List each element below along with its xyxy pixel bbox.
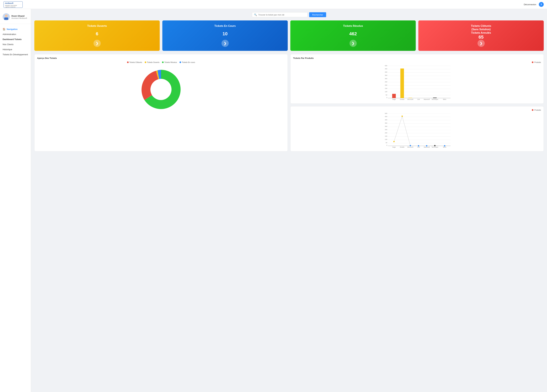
svg-text:250: 250 bbox=[385, 129, 387, 131]
legend-item-encours: Tickets En cours bbox=[179, 61, 195, 63]
sidebar-item-label-dev: Tickets En Développement bbox=[3, 53, 28, 56]
stat-cards: Tickets Ouverts 6 ❯ Tickets En Cours 10 … bbox=[34, 21, 544, 51]
sidebar-item-label-clients: Nos Clients bbox=[3, 43, 14, 46]
sidebar-item-clients[interactable]: Nos Clients bbox=[0, 42, 31, 47]
svg-text:Wavesoft: Wavesoft bbox=[424, 99, 430, 100]
line-chart-svg: 500 450 400 350 300 250 200 150 100 50 0 bbox=[293, 112, 541, 148]
svg-text:Ciel: Ciel bbox=[417, 99, 420, 100]
svg-text:400: 400 bbox=[385, 119, 387, 121]
donut-svg bbox=[137, 65, 185, 114]
svg-text:Microsoft: Microsoft bbox=[407, 146, 413, 148]
main-content: 🔍 Rechercher Tickets Ouverts 6 ❯ Tickets… bbox=[31, 9, 547, 392]
line-dot-divalto bbox=[402, 116, 403, 117]
svg-text:100: 100 bbox=[385, 91, 387, 93]
sidebar-item-administration[interactable]: Administration bbox=[0, 32, 31, 37]
line-path bbox=[394, 116, 445, 146]
line-legend-label: Produits bbox=[534, 109, 541, 111]
bar-sage bbox=[392, 94, 396, 98]
svg-text:100: 100 bbox=[385, 139, 387, 140]
stat-card-title-ouverts: Tickets Ouverts bbox=[87, 24, 107, 28]
line-chart-legend: Produits bbox=[293, 109, 541, 111]
legend-dot-encours bbox=[179, 62, 181, 63]
svg-text:450: 450 bbox=[385, 116, 387, 117]
svg-text:Logiciels & Matériels: Logiciels & Matériels bbox=[5, 6, 15, 8]
donut-container bbox=[37, 65, 285, 114]
legend-item-clotures: Tickets Clôturés bbox=[127, 61, 142, 63]
stat-card-resolus[interactable]: Tickets Résolus 462 ❯ bbox=[290, 21, 416, 51]
svg-text:Bitrix: Bitrix bbox=[443, 99, 446, 100]
svg-text:500: 500 bbox=[385, 65, 387, 67]
home-icon: 🏠 bbox=[3, 28, 5, 30]
navbar-right: Déconnexion 5 bbox=[524, 2, 544, 7]
line-legend-dot bbox=[532, 109, 533, 111]
user-role: Assistant Mediasoft bbox=[11, 17, 27, 19]
legend-label-ouverts: Tickets Ouverts bbox=[147, 61, 159, 63]
avatar-figure bbox=[4, 14, 8, 21]
sidebar-item-dev[interactable]: Tickets En Développement bbox=[0, 52, 31, 57]
stat-card-clotures[interactable]: Tickets Clôturés (Sans Solution) Tickets… bbox=[418, 21, 544, 51]
stat-card-ouverts[interactable]: Tickets Ouverts 6 ❯ bbox=[34, 21, 160, 51]
legend-dot-resolus bbox=[162, 62, 164, 63]
svg-text:250: 250 bbox=[385, 81, 387, 83]
search-input[interactable] bbox=[258, 14, 305, 16]
line-dot-sage bbox=[393, 141, 395, 142]
svg-text:200: 200 bbox=[385, 84, 387, 86]
user-name: Ihsen Ghazel bbox=[11, 15, 27, 17]
stat-card-title-encours: Tickets En Cours bbox=[214, 24, 236, 28]
bar-chart-card: Tickets Par Produits Produits 500 450 40… bbox=[290, 54, 544, 104]
right-charts: Tickets Par Produits Produits 500 450 40… bbox=[290, 54, 544, 151]
sidebar-item-navigation[interactable]: 🏠 Navigation bbox=[0, 27, 31, 32]
bar-microsoft bbox=[409, 98, 412, 98]
arrow-icon-resolus: ❯ bbox=[349, 40, 357, 47]
stat-card-title-clotures: Tickets Clôturés (Sans Solution) Tickets… bbox=[471, 24, 491, 34]
svg-text:Sage: Sage bbox=[392, 99, 396, 100]
bar-chart-svg: 500 450 400 350 300 250 200 150 100 50 0 bbox=[293, 64, 541, 100]
user-info: Ihsen Ghazel Assistant Mediasoft bbox=[11, 15, 27, 19]
donut-chart-title: Aperçu Des Tickets bbox=[37, 57, 285, 59]
svg-text:450: 450 bbox=[385, 68, 387, 70]
deconnexion-link[interactable]: Déconnexion bbox=[524, 3, 536, 6]
charts-row: Aperçu Des Tickets Tickets Clôturés Tick… bbox=[34, 54, 544, 151]
svg-text:350: 350 bbox=[385, 122, 387, 124]
svg-text:Technique: Technique bbox=[431, 146, 438, 148]
notification-bell[interactable]: 5 bbox=[539, 2, 544, 7]
arrow-icon-ouverts: ❯ bbox=[94, 40, 101, 47]
search-input-wrap: 🔍 bbox=[252, 12, 308, 17]
legend-item-resolus: Tickets Résolus bbox=[162, 61, 177, 63]
notif-count: 5 bbox=[541, 3, 542, 6]
sidebar-item-label-historique: Historique bbox=[3, 48, 12, 51]
sidebar-item-historique[interactable]: Historique bbox=[0, 47, 31, 52]
line-dot-technique bbox=[434, 145, 436, 146]
donut-legend: Tickets Clôturés Tickets Ouverts Tickets… bbox=[37, 61, 285, 63]
donut-chart-card: Aperçu Des Tickets Tickets Clôturés Tick… bbox=[34, 54, 288, 151]
svg-text:150: 150 bbox=[385, 88, 387, 89]
line-dot-microsoft bbox=[410, 145, 411, 146]
svg-text:50: 50 bbox=[386, 142, 387, 144]
legend-dot-ouverts bbox=[145, 62, 146, 63]
legend-label-resolus: Tickets Résolus bbox=[164, 61, 177, 63]
bar-divalto bbox=[400, 69, 404, 98]
svg-text:Divalto: Divalto bbox=[400, 146, 404, 148]
stat-card-encours[interactable]: Tickets En Cours 10 ❯ bbox=[162, 21, 288, 51]
search-button[interactable]: Rechercher bbox=[309, 12, 326, 17]
svg-text:500: 500 bbox=[385, 113, 387, 114]
stat-card-number-clotures: 65 bbox=[479, 34, 484, 40]
svg-text:Technique: Technique bbox=[431, 99, 438, 100]
app-layout: Ihsen Ghazel Assistant Mediasoft 🏠 Navig… bbox=[0, 9, 547, 392]
sidebar-item-dashboard[interactable]: Dashboard Tickets bbox=[0, 37, 31, 42]
logo-area: mediasoft Intégration Informatique Logic… bbox=[3, 1, 23, 8]
sidebar-item-label-administration: Administration bbox=[3, 33, 16, 35]
sidebar: Ihsen Ghazel Assistant Mediasoft 🏠 Navig… bbox=[0, 9, 31, 392]
arrow-icon-encours: ❯ bbox=[221, 40, 229, 47]
svg-text:200: 200 bbox=[385, 132, 387, 134]
legend-dot-clotures bbox=[127, 62, 129, 63]
svg-text:Divalto: Divalto bbox=[400, 99, 404, 100]
svg-text:300: 300 bbox=[385, 78, 387, 79]
sidebar-item-label-dashboard: Dashboard Tickets bbox=[3, 38, 21, 41]
svg-text:0: 0 bbox=[386, 144, 387, 146]
stat-card-number-resolus: 462 bbox=[349, 31, 357, 36]
bar-chart-legend: Produits bbox=[293, 61, 541, 63]
svg-text:350: 350 bbox=[385, 75, 387, 76]
logo-svg: mediasoft Intégration Informatique Logic… bbox=[3, 1, 23, 8]
bar-chart-title: Tickets Par Produits bbox=[293, 57, 541, 59]
